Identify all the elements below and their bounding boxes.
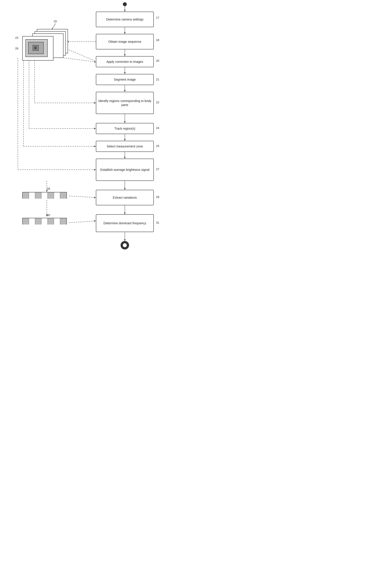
label-31: 31 [156, 221, 159, 224]
end-terminal-outer [121, 241, 129, 250]
data-cell-30-5 [48, 218, 54, 225]
svg-marker-35 [94, 146, 96, 147]
svg-marker-21 [124, 239, 126, 241]
data-cell-7 [60, 192, 67, 199]
svg-marker-32 [94, 128, 96, 129]
box-track-regions: Track region(s) [96, 123, 154, 134]
data-cell-5 [48, 192, 54, 199]
data-cell-30-6 [54, 218, 60, 225]
svg-marker-1 [124, 10, 126, 12]
data-cell-30-7 [60, 218, 67, 225]
label-22: 22 [156, 101, 159, 104]
svg-marker-9 [124, 90, 126, 92]
svg-marker-40 [94, 197, 96, 198]
svg-marker-42 [94, 220, 96, 222]
data-cell-1 [23, 192, 29, 199]
img-inner-box-3 [33, 45, 39, 51]
img-frame-1 [22, 36, 53, 61]
svg-marker-26 [94, 61, 96, 63]
data-cell-6 [54, 192, 60, 199]
end-terminal-inner [122, 243, 127, 248]
data-strip-28 [22, 192, 67, 199]
box-select-measurement-zone: Select measurement zone [96, 141, 154, 152]
label-28: 28 [47, 187, 50, 190]
svg-line-24 [67, 49, 96, 61]
data-cell-4 [42, 192, 48, 199]
label-18: 18 [156, 38, 159, 42]
box-establish-brightness: Establish average brightness signal [96, 159, 154, 181]
img-inner-box-1 [25, 39, 48, 57]
label-25: 25 [156, 144, 159, 148]
label-29: 29 [156, 195, 159, 199]
box-extract-variations: Extract variations [96, 190, 154, 205]
svg-marker-17 [124, 188, 126, 190]
data-cell-30-2 [29, 218, 35, 225]
label-24: 24 [156, 126, 159, 130]
svg-marker-38 [94, 169, 96, 171]
img-inner-box-2 [28, 42, 44, 54]
box-determine-dominant-frequency: Determine dominant frequency [96, 214, 154, 232]
data-cell-30-1 [23, 218, 29, 225]
svg-line-41 [69, 221, 96, 223]
svg-line-39 [69, 196, 96, 198]
svg-marker-7 [124, 72, 126, 74]
data-cell-3 [35, 192, 42, 199]
data-cell-2 [29, 192, 35, 199]
label-23: 23 [15, 36, 18, 40]
img-inner-box-4 [34, 46, 37, 49]
label-26: 26 [15, 47, 18, 50]
svg-marker-44 [46, 190, 48, 192]
data-cell-30-3 [35, 218, 42, 225]
svg-marker-19 [124, 212, 126, 214]
svg-marker-15 [124, 157, 126, 159]
svg-marker-11 [124, 121, 126, 123]
svg-marker-13 [124, 139, 126, 141]
box-segment-image: Segment image [96, 74, 154, 85]
label-27: 27 [156, 168, 159, 171]
svg-marker-5 [124, 54, 126, 56]
svg-marker-29 [94, 102, 96, 104]
box-determine-camera-settings: Determine camera settings [96, 12, 154, 27]
start-terminal [123, 2, 127, 6]
box-identify-regions: Identify regions corresponding to body p… [96, 92, 154, 114]
data-cell-30-4 [42, 218, 48, 225]
label-30: 30 [47, 213, 50, 217]
data-strip-30 [22, 218, 67, 225]
label-17: 17 [156, 16, 159, 19]
svg-marker-3 [124, 32, 126, 34]
box-obtain-image-sequence: Obtain image sequence [96, 34, 154, 49]
label-21: 21 [156, 78, 159, 81]
label-20: 20 [156, 59, 159, 62]
diagram: Determine camera settings 17 Obtain imag… [0, 0, 191, 294]
box-apply-correction: Apply correction to images [96, 56, 154, 67]
